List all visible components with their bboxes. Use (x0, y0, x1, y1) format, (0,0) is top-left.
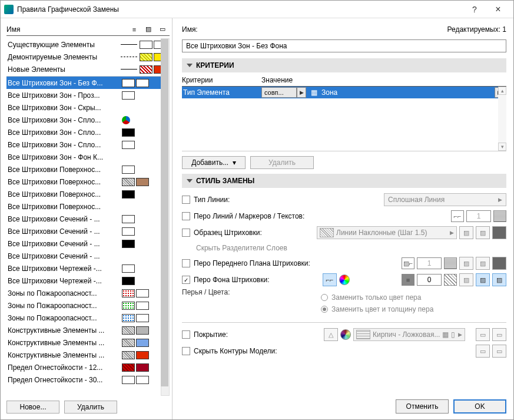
fg-cat-1-button[interactable]: ▨ (459, 257, 473, 270)
rule-list-item[interactable]: Зоны по Пожароопасност... (6, 287, 170, 299)
rule-list-item[interactable]: Предел Огнестойкости - 12... (6, 361, 170, 373)
contour-opt-1-button[interactable]: ▭ (476, 345, 490, 358)
chevron-down-icon (187, 179, 193, 183)
rule-list-item[interactable]: Зоны по Пожароопасност... (6, 299, 170, 312)
fg-pen-swatch[interactable] (444, 257, 457, 269)
bg-pen-mode-button[interactable]: ⌐⌐ (323, 273, 337, 286)
rule-name-input[interactable] (182, 39, 506, 52)
rule-list-item[interactable]: Конструктивные Элементы ... (6, 336, 170, 349)
contour-opt-2-button[interactable]: ▭ (492, 345, 506, 358)
bg-pen-label: Перо Фона Штриховки: (194, 276, 323, 284)
surface-opt-2-button[interactable]: ▭ (492, 328, 506, 341)
add-criteria-button[interactable]: Добавить... ▾ (182, 156, 246, 169)
help-button[interactable]: ? (463, 1, 486, 18)
fg-cat-2-button[interactable]: ▨ (476, 257, 490, 270)
rule-list-item[interactable]: Все Штриховки Сечений - ... (6, 237, 170, 250)
rule-list-item[interactable]: Существующие Элементы (6, 38, 170, 51)
surface-combo[interactable]: Кирпич - Ложковая... ▦ ▯▶ (353, 328, 465, 341)
criteria-section-header[interactable]: КРИТЕРИИ (182, 58, 506, 72)
pen-icon[interactable]: ⌐⌐ (451, 210, 464, 222)
remove-criteria-button[interactable]: Удалить (250, 156, 314, 169)
surface-color-icon[interactable] (340, 329, 351, 340)
rule-list-item[interactable]: Все Штриховки Поверхнос... (6, 163, 170, 176)
fill-cat-2-button[interactable]: ▨ (476, 226, 490, 239)
rule-list-item[interactable]: Все Штриховки Поверхнос... (6, 188, 170, 200)
fg-pen-icon[interactable]: ▨⌐ (402, 257, 414, 269)
rules-scrollbar[interactable] (161, 38, 170, 396)
fill-column-icon[interactable]: ▭ (155, 25, 170, 33)
rule-list-item[interactable]: Все Штриховки Зон - Скры... (6, 101, 170, 114)
delete-rule-button[interactable]: Удалить (64, 401, 117, 414)
rule-list-item[interactable]: Все Штриховки Зон - Фон К... (6, 151, 170, 163)
fg-cat-3-button[interactable] (492, 257, 506, 270)
rule-list-item[interactable]: Все Штриховки Чертежей -... (6, 275, 170, 287)
color-wheel-icon[interactable] (339, 275, 350, 285)
fill-cat-1-button[interactable]: ▨ (459, 226, 473, 239)
hide-contours-checkbox[interactable] (182, 347, 190, 355)
linepen-swatch[interactable] (493, 210, 506, 222)
rules-header-name: Имя (6, 25, 127, 34)
name-label: Имя: (182, 25, 447, 34)
rule-list-item[interactable]: Предел Огнестойкости - 30... (6, 373, 170, 386)
linetype-checkbox[interactable] (182, 196, 190, 204)
hatch-column-icon[interactable]: ▨ (141, 25, 155, 33)
fillpat-checkbox[interactable] (182, 229, 190, 237)
surface-label: Покрытие: (194, 330, 324, 339)
rule-list-item[interactable]: Зоны по Пожароопасност... (6, 312, 170, 324)
rule-list-item[interactable]: Все Штриховки Сечений - ... (6, 225, 170, 237)
scroll-up-icon[interactable]: ▴ (498, 87, 506, 95)
rule-list-item[interactable]: Все Штриховки Сечений - ... (6, 213, 170, 225)
rule-list-item[interactable]: Все Штриховки Зон - Спло... (6, 114, 170, 126)
surface-paint-icon[interactable]: △ (324, 328, 338, 341)
bg-cat-3-button[interactable]: ▨ (492, 273, 506, 286)
style-section-header[interactable]: СТИЛЬ ЗАМЕНЫ (182, 174, 506, 188)
scroll-down-icon[interactable]: ▾ (498, 143, 506, 151)
replace-color-weight-radio[interactable] (321, 306, 328, 313)
rule-list-item[interactable]: Все Штриховки Поверхнос... (6, 176, 170, 188)
rule-list-item[interactable]: Новые Элементы (6, 63, 170, 75)
rule-list-item[interactable]: Конструктивные Элементы ... (6, 324, 170, 336)
close-button[interactable]: × (486, 1, 510, 18)
bg-cat-1-button[interactable]: ▨ (459, 273, 473, 286)
linetype-combo[interactable]: Сплошная Линия▶ (384, 193, 506, 206)
rule-list-item[interactable]: Конструктивные Элементы ... (6, 349, 170, 361)
operator-arrow-icon[interactable]: ▶ (297, 87, 306, 98)
linetype-label: Тип Линии: (194, 196, 384, 204)
value-col-header: Значение (261, 76, 506, 86)
replace-color-only-radio[interactable] (321, 294, 328, 301)
bg-pen-checkbox[interactable] (182, 276, 190, 284)
linepen-checkbox[interactable] (182, 212, 190, 220)
criteria-operator[interactable]: совп... (261, 87, 297, 98)
hide-separators-label: Скрыть Разделители Слоев (196, 244, 287, 252)
bg-cat-2-button[interactable]: ▨ (476, 273, 490, 286)
chevron-down-icon (187, 64, 193, 67)
linepen-input[interactable] (466, 210, 491, 222)
rule-list-item[interactable]: Все Штриховки Зон - Проз... (6, 89, 170, 101)
surface-opt-1-button[interactable]: ▭ (476, 328, 490, 341)
bg-pen-icon[interactable]: ■ (402, 274, 414, 286)
rule-list-item[interactable]: Все Штриховки Поверхнос... (6, 200, 170, 213)
hide-contours-label: Скрыть Контуры Модели: (194, 347, 476, 355)
fillpat-combo[interactable]: Линии Наклонные (Шаг 1.5)▶ (317, 226, 457, 239)
criteria-row[interactable]: Тип Элемента совп... ▶ ▦ Зона ▶ (182, 87, 506, 98)
rule-list-item[interactable]: Все Штриховки Сечений - ... (6, 250, 170, 262)
criteria-property: Тип Элемента (182, 88, 261, 97)
rule-list-item[interactable]: Все Штриховки Чертежей -... (6, 262, 170, 275)
zone-icon: ▦ (309, 87, 319, 98)
bg-pen-input[interactable] (417, 274, 442, 286)
fg-pen-input[interactable] (417, 257, 442, 269)
fg-pen-checkbox[interactable] (182, 259, 190, 267)
rule-list-item[interactable]: Демонтируемые Элементы (6, 51, 170, 63)
criteria-value: Зона (321, 88, 495, 97)
window-title: Правила Графической Замены (17, 5, 463, 14)
surface-checkbox[interactable] (182, 330, 190, 339)
rule-list-item[interactable]: Все Штриховки Зон - Спло... (6, 126, 170, 138)
bg-pen-swatch[interactable] (444, 274, 457, 286)
fill-cat-3-button[interactable] (492, 226, 506, 239)
ok-button[interactable]: OK (453, 399, 506, 414)
rule-list-item[interactable]: Все Штриховки Зон - Спло... (6, 138, 170, 151)
cancel-button[interactable]: Отменить (396, 399, 449, 414)
new-rule-button[interactable]: Новое... (6, 401, 59, 414)
rule-list-item[interactable]: Все Штриховки Зон - Без Ф... (6, 77, 170, 89)
line-column-icon[interactable]: ≡ (127, 26, 141, 33)
